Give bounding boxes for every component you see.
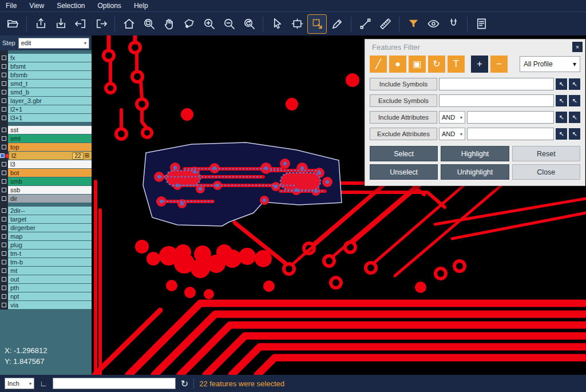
exclude-attributes-button[interactable]: Exclude Attributes bbox=[370, 128, 437, 140]
layer-visibility-checkbox[interactable] bbox=[0, 267, 8, 275]
pick-attribute-icon[interactable]: ↖ bbox=[556, 128, 567, 140]
layer-visibility-checkbox[interactable] bbox=[0, 71, 8, 79]
zoom-reset-icon[interactable] bbox=[240, 15, 258, 33]
layer-visibility-checkbox[interactable] bbox=[0, 160, 8, 168]
pan-hand-icon[interactable] bbox=[160, 15, 178, 33]
layer-row-l3[interactable]: l3 bbox=[0, 160, 92, 168]
close-icon[interactable]: × bbox=[572, 42, 583, 52]
include-symbols-button[interactable]: Include Symbols bbox=[370, 78, 437, 90]
pad-filter-icon[interactable]: ● bbox=[389, 56, 406, 73]
layer-name[interactable]: dirgerber bbox=[8, 224, 92, 232]
layer-name[interactable]: bot bbox=[8, 169, 92, 177]
exclude-symbols-button[interactable]: Exclude Symbols bbox=[370, 94, 437, 107]
magnet-icon[interactable] bbox=[444, 15, 462, 33]
close-button[interactable]: Close bbox=[512, 164, 580, 180]
grid-icon[interactable]: ⊞ bbox=[85, 152, 89, 160]
layer-row-bfsmt[interactable]: bfsmt bbox=[0, 62, 92, 70]
layer-name[interactable]: bfsmb bbox=[8, 71, 92, 79]
layer-visibility-checkbox[interactable] bbox=[0, 301, 8, 309]
layer-row-ssb[interactable]: ssb bbox=[0, 186, 92, 194]
eye-icon[interactable] bbox=[424, 15, 442, 33]
menu-view[interactable]: View bbox=[29, 2, 44, 10]
layer-name[interactable]: tm-b bbox=[8, 258, 92, 266]
layer-name[interactable]: plug bbox=[8, 241, 92, 249]
layer-visibility-checkbox[interactable] bbox=[0, 241, 8, 249]
layer-visibility-checkbox[interactable] bbox=[0, 292, 8, 300]
cursor-select-icon[interactable] bbox=[268, 15, 286, 33]
layer-row-smd_t[interactable]: smd_t bbox=[0, 80, 92, 88]
layer-row-map[interactable]: map bbox=[0, 232, 92, 240]
pick-add-attribute-icon[interactable]: ↖ bbox=[569, 128, 580, 140]
layer-visibility-checkbox[interactable] bbox=[0, 232, 8, 240]
layer-name[interactable]: l222⊞ bbox=[9, 152, 92, 160]
layer-row-l3+1[interactable]: l3+1 bbox=[0, 114, 92, 122]
layer-row-out[interactable]: out bbox=[0, 275, 92, 283]
box-arrow-left-icon[interactable] bbox=[72, 15, 90, 33]
add-filter-icon[interactable]: + bbox=[471, 56, 488, 73]
layer-row-layer_3.gbr[interactable]: layer_3.gbr bbox=[0, 97, 92, 105]
layer-row-smt[interactable]: smt bbox=[0, 134, 92, 142]
layer-name[interactable]: npt bbox=[8, 292, 92, 300]
layer-visibility-checkbox[interactable] bbox=[0, 88, 8, 96]
box-arrow-down-icon[interactable] bbox=[52, 15, 70, 33]
profile-dropdown[interactable]: All Profile ▾ bbox=[520, 56, 580, 72]
zoom-in-icon[interactable] bbox=[200, 15, 218, 33]
zoom-area-icon[interactable] bbox=[140, 15, 158, 33]
refresh-icon[interactable]: ↻ bbox=[181, 378, 188, 389]
layer-row-target[interactable]: target bbox=[0, 215, 92, 223]
layer-visibility-checkbox[interactable] bbox=[0, 275, 8, 283]
layer-visibility-checkbox[interactable] bbox=[0, 62, 8, 70]
layer-visibility-checkbox[interactable] bbox=[0, 186, 8, 194]
open-file-icon[interactable] bbox=[3, 15, 22, 33]
layer-row-plug[interactable]: plug bbox=[0, 241, 92, 249]
remove-filter-icon[interactable]: − bbox=[490, 56, 508, 73]
layer-name[interactable]: sst bbox=[8, 126, 92, 134]
layer-row-dirgerber[interactable]: dirgerber bbox=[0, 224, 92, 232]
line-select-icon[interactable] bbox=[356, 15, 374, 33]
pick-add-attribute-icon[interactable]: ↖ bbox=[569, 112, 580, 123]
menu-file[interactable]: File bbox=[6, 2, 17, 10]
menu-options[interactable]: Options bbox=[98, 2, 121, 10]
layer-name[interactable]: out bbox=[8, 275, 92, 283]
line-filter-icon[interactable]: ╱ bbox=[370, 56, 387, 73]
layer-visibility-checkbox[interactable] bbox=[0, 258, 8, 266]
layer-name[interactable]: l2+1 bbox=[8, 105, 92, 113]
layer-visibility-checkbox[interactable] bbox=[0, 126, 8, 134]
report-list-icon[interactable] bbox=[472, 15, 490, 33]
layer-name[interactable]: mt bbox=[8, 267, 92, 275]
unselect-button[interactable]: Unselect bbox=[370, 164, 438, 180]
layer-row-smd_b[interactable]: smd_b bbox=[0, 88, 92, 96]
layer-name[interactable]: layer_3.gbr bbox=[8, 97, 92, 105]
pcb-canvas[interactable]: Features Filter × ╱ ● ▣ ↻ T + − All Prof… bbox=[92, 35, 586, 375]
include-attributes-button[interactable]: Include Attributes bbox=[370, 111, 437, 124]
surface-filter-icon[interactable]: ▣ bbox=[409, 56, 426, 73]
layer-row-tm-t[interactable]: tm-t bbox=[0, 250, 92, 258]
layer-visibility-checkbox[interactable] bbox=[0, 80, 8, 88]
box-arrow-right-icon[interactable] bbox=[92, 15, 110, 33]
unhighlight-button[interactable]: Unhighlight bbox=[441, 164, 509, 180]
layer-visibility-checkbox[interactable] bbox=[0, 224, 8, 232]
command-input[interactable] bbox=[53, 378, 176, 389]
layer-name[interactable]: pth bbox=[8, 284, 92, 292]
layer-row-fx[interactable]: fx bbox=[0, 54, 92, 62]
layer-name[interactable]: smt bbox=[8, 134, 92, 142]
layer-visibility-checkbox[interactable] bbox=[0, 97, 8, 105]
text-filter-icon[interactable]: T bbox=[448, 56, 465, 73]
zoom-out-icon[interactable] bbox=[220, 15, 238, 33]
layer-visibility-checkbox[interactable] bbox=[0, 195, 8, 203]
reset-button[interactable]: Reset bbox=[512, 146, 580, 161]
layer-visibility-checkbox[interactable] bbox=[0, 134, 8, 142]
layer-row-top[interactable]: top bbox=[0, 143, 92, 151]
layer-name[interactable]: bfsmt bbox=[8, 62, 92, 70]
layer-row-mt[interactable]: mt bbox=[0, 267, 92, 275]
layer-name[interactable]: tm-t bbox=[8, 250, 92, 258]
layer-name[interactable]: ssb bbox=[8, 186, 92, 194]
highlight-button[interactable]: Highlight bbox=[441, 146, 509, 161]
layer-row-smb[interactable]: smb bbox=[0, 177, 92, 185]
pick-symbol-icon[interactable]: ↖ bbox=[556, 95, 567, 106]
layer-row-npt[interactable]: npt bbox=[0, 292, 92, 300]
filter-funnel-icon[interactable] bbox=[404, 15, 422, 33]
layer-row-via[interactable]: via bbox=[0, 301, 92, 309]
layer-name[interactable]: target bbox=[8, 215, 92, 223]
layer-row-bot[interactable]: bot bbox=[0, 169, 92, 177]
